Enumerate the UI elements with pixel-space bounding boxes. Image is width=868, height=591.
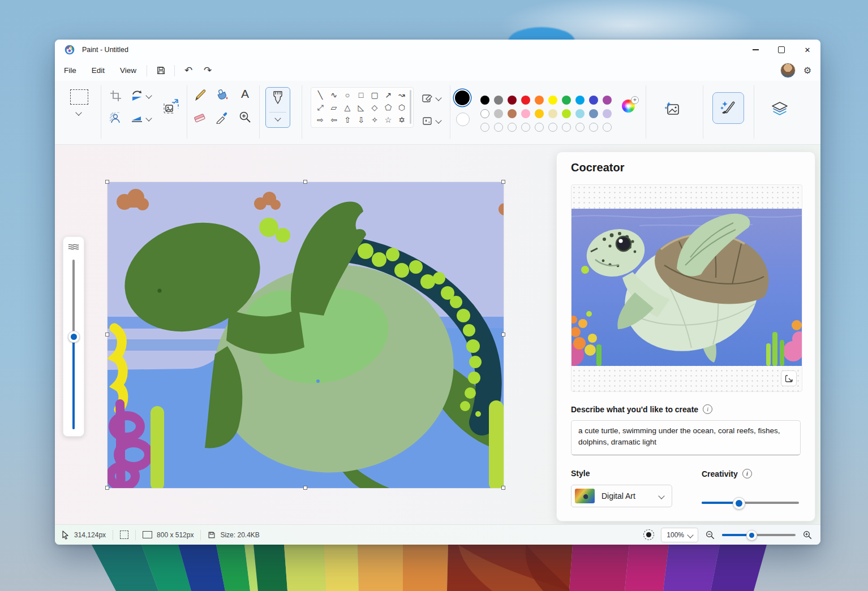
shape-line[interactable]: ╲ — [313, 89, 327, 101]
color-swatch-light-gray[interactable] — [494, 109, 503, 118]
zoom-slider-thumb[interactable] — [746, 530, 757, 541]
color-swatch-empty[interactable] — [535, 123, 544, 132]
color-swatch-yellow[interactable] — [548, 96, 557, 105]
shape-five-point-star[interactable]: ☆ — [381, 114, 395, 126]
menu-file[interactable]: File — [58, 63, 83, 78]
shape-arrow-up[interactable]: ⇧ — [341, 114, 354, 126]
canvas-handle-bottom-right[interactable] — [501, 486, 505, 490]
close-button[interactable]: ✕ — [794, 40, 820, 60]
color-swatch-indigo[interactable] — [589, 96, 598, 105]
canvas-handle-top-left[interactable] — [105, 180, 109, 184]
layers-button[interactable] — [768, 98, 791, 120]
color-swatch-lavender[interactable] — [603, 109, 612, 118]
drawing-canvas[interactable] — [108, 182, 504, 488]
shape-two-way-arrow[interactable]: ⤢ — [313, 101, 327, 114]
shape-rounded-rectangle[interactable]: ▢ — [368, 89, 381, 101]
account-avatar[interactable] — [780, 63, 796, 78]
save-button[interactable] — [151, 63, 170, 79]
foreground-color-swatch[interactable] — [455, 90, 470, 105]
pencil-tool-icon[interactable] — [193, 88, 207, 101]
flip-chevron-down-icon[interactable] — [145, 115, 152, 121]
shape-fill-dropdown[interactable] — [422, 115, 441, 126]
creativity-slider[interactable] — [702, 502, 799, 504]
zoom-fit-icon[interactable] — [643, 529, 654, 540]
prompt-input[interactable]: a cute turtle, swimming under the ocean,… — [571, 420, 801, 455]
color-swatch-gray[interactable] — [494, 96, 503, 105]
zoom-in-icon[interactable] — [802, 530, 813, 540]
canvas-handle-top-right[interactable] — [501, 180, 505, 184]
shape-rectangle[interactable]: □ — [354, 89, 368, 101]
brushes-button[interactable] — [265, 87, 290, 128]
color-swatch-red[interactable] — [521, 96, 530, 105]
selection-chevron-down-icon[interactable] — [75, 109, 81, 115]
color-swatch-empty[interactable] — [603, 123, 612, 132]
color-swatch-dark-red[interactable] — [508, 96, 517, 105]
fill-tool-icon[interactable] — [216, 88, 229, 101]
brushes-chevron-down-icon[interactable] — [274, 115, 281, 121]
canvas-handle-mid-right[interactable] — [501, 333, 505, 337]
canvas-handle-top-center[interactable] — [303, 180, 307, 184]
cocreator-button[interactable] — [712, 92, 744, 124]
image-creator-button[interactable] — [661, 98, 684, 120]
shape-pentagon[interactable]: ⬠ — [381, 101, 395, 114]
color-swatch-empty[interactable] — [521, 123, 530, 132]
flip-icon[interactable] — [131, 112, 143, 124]
color-swatch-empty[interactable] — [562, 123, 571, 132]
shape-six-point-star[interactable]: ✡ — [395, 114, 409, 126]
shape-oval[interactable]: ○ — [341, 89, 354, 101]
color-swatch-purple[interactable] — [603, 96, 612, 105]
color-picker-tool-icon[interactable] — [216, 110, 229, 124]
color-swatch-orange[interactable] — [535, 96, 544, 105]
canvas-handle-bottom-center[interactable] — [303, 486, 307, 490]
crop-icon[interactable] — [109, 89, 122, 102]
shape-arrow-left[interactable]: ⇦ — [327, 114, 341, 126]
color-swatch-empty[interactable] — [575, 123, 585, 132]
shape-polygon[interactable]: ▱ — [327, 101, 341, 114]
titlebar[interactable]: Paint - Untitled ✕ — [55, 40, 820, 60]
canvas-handle-bottom-left[interactable] — [105, 486, 109, 490]
creativity-info-icon[interactable]: i — [742, 469, 752, 478]
shapes-scrollbar[interactable] — [410, 90, 411, 124]
redo-button[interactable]: ↷ — [198, 63, 217, 79]
eraser-tool-icon[interactable] — [193, 110, 207, 124]
shape-arrow-down[interactable]: ⇩ — [354, 114, 368, 126]
creativity-slider-thumb[interactable] — [733, 497, 745, 510]
resize-image-icon[interactable] — [162, 98, 179, 115]
background-color-swatch[interactable] — [456, 113, 470, 126]
rotate-chevron-down-icon[interactable] — [145, 92, 152, 98]
shape-curve[interactable]: ∿ — [327, 89, 341, 101]
zoom-slider[interactable] — [722, 534, 796, 536]
expand-image-button[interactable] — [781, 370, 797, 386]
style-dropdown[interactable]: Digital Art — [571, 485, 672, 507]
generated-turtle-image[interactable] — [571, 209, 802, 366]
shape-outline-dropdown[interactable] — [422, 92, 441, 103]
shape-arrow-northeast[interactable]: ↗ — [381, 89, 395, 101]
color-swatch-empty[interactable] — [508, 123, 517, 132]
menu-edit[interactable]: Edit — [85, 63, 111, 78]
color-swatch-rose[interactable] — [521, 109, 530, 118]
menu-view[interactable]: View — [114, 63, 143, 78]
zoom-out-icon[interactable] — [705, 530, 715, 540]
zoom-level-dropdown[interactable]: 100% — [661, 528, 698, 542]
color-swatch-blue-gray[interactable] — [589, 109, 598, 118]
shape-diamond[interactable]: ◇ — [368, 101, 381, 114]
shape-curved-arrow[interactable]: ↝ — [395, 89, 409, 101]
canvas-handle-mid-left[interactable] — [105, 333, 109, 337]
color-swatch-gold[interactable] — [535, 109, 544, 118]
color-swatch-empty[interactable] — [494, 123, 503, 132]
shape-hexagon[interactable]: ⬡ — [395, 101, 409, 114]
color-swatch-black[interactable] — [480, 96, 489, 105]
shape-right-triangle[interactable]: ◺ — [354, 101, 368, 114]
describe-info-icon[interactable]: i — [703, 404, 712, 414]
maximize-button[interactable] — [768, 40, 794, 60]
color-swatch-white[interactable] — [480, 109, 489, 118]
undo-button[interactable]: ↶ — [179, 63, 198, 79]
color-swatch-light-yellow[interactable] — [548, 109, 557, 118]
rotate-icon[interactable] — [131, 89, 143, 102]
shape-arrow-right[interactable]: ⇨ — [313, 114, 327, 126]
color-swatch-green[interactable] — [562, 96, 571, 105]
color-swatch-empty[interactable] — [548, 123, 557, 132]
shape-four-point-star[interactable]: ✧ — [368, 114, 381, 126]
settings-gear-icon[interactable]: ⚙ — [803, 65, 811, 76]
color-swatch-turquoise[interactable] — [575, 96, 585, 105]
